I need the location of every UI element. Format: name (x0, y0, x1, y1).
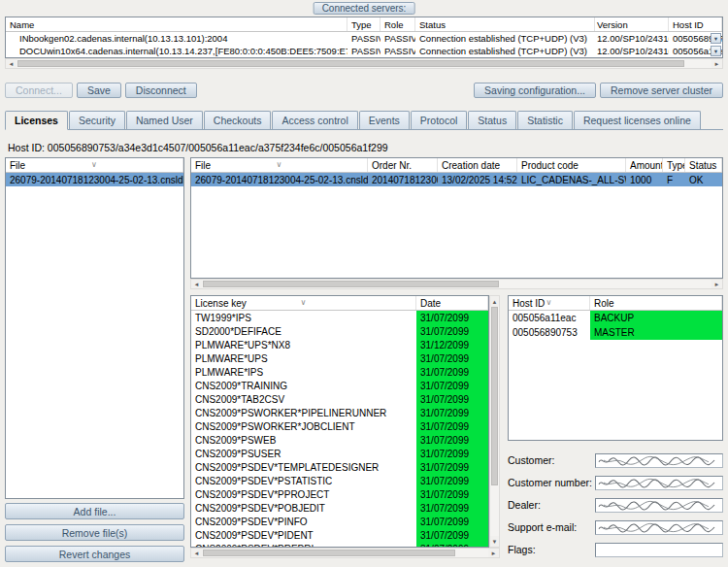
chevron-down-icon[interactable]: ▼ (711, 46, 721, 56)
server-table-hscrollbar[interactable]: ◄ ► (5, 58, 723, 69)
column-header-host-id[interactable]: Host ID∨ (509, 296, 590, 310)
server-row[interactable]: DOCUwin10x64.cadenas.internal(10.13.14.2… (6, 45, 722, 57)
cell: CNS2009*PSDEV*PPROJECT (191, 489, 416, 500)
column-header-version[interactable]: Version (595, 17, 669, 31)
server-row[interactable]: INbookgen02.cadenas.internal(10.13.13.10… (6, 32, 722, 45)
scroll-left-icon[interactable]: ◄ (191, 280, 202, 288)
scrollbar-track[interactable] (202, 280, 711, 288)
column-header-role[interactable]: Role (381, 17, 415, 31)
tab-statistic[interactable]: Statistic (517, 111, 573, 129)
dealer-field[interactable] (595, 498, 723, 513)
license-key-row[interactable]: CNS2009*PSDEV*PPROJECT31/07/2099 (191, 487, 488, 501)
scrollbar-track[interactable] (17, 59, 711, 68)
license-key-hscrollbar[interactable]: ◄ ► (190, 548, 500, 558)
column-header-creation-date[interactable]: Creation date (438, 158, 517, 172)
column-header-date[interactable]: Date (416, 296, 488, 310)
add-file-button[interactable]: Add file... (5, 503, 184, 519)
license-key-row[interactable]: SD2000*DEFIFACE31/07/2099 (191, 324, 488, 338)
saving-configuration-button[interactable]: Saving configuration... (474, 83, 596, 98)
license-key-row[interactable]: CNS2009*PSWORKER*JOBCLIENT31/07/2099 (191, 419, 488, 433)
disconnect-button[interactable]: Disconnect (125, 83, 197, 98)
cell: PASSIVE (381, 33, 415, 44)
license-key-row[interactable]: CNS2009*TAB2CSV31/07/2099 (191, 392, 488, 406)
column-header-file[interactable]: File∨ (191, 158, 368, 172)
column-header-order-nr[interactable]: Order Nr. (368, 158, 438, 172)
license-key-row[interactable]: PLMWARE*UPS31/07/2099 (191, 351, 488, 365)
support-email-field[interactable] (595, 520, 723, 535)
scroll-right-icon[interactable]: ► (488, 549, 499, 557)
scroll-down-icon[interactable]: ▼ (490, 536, 499, 547)
license-key-row[interactable]: CNS2009*PSUSER31/07/2099 (191, 447, 488, 460)
cell: PLMWARE*IPS (191, 367, 416, 378)
tab-checkouts[interactable]: Checkouts (204, 111, 272, 129)
sort-chevron-icon: ∨ (546, 296, 552, 309)
host-role-row[interactable]: 005056890753MASTER (509, 325, 722, 340)
remove-file-button[interactable]: Remove file(s) (5, 524, 184, 541)
scroll-right-icon[interactable]: ► (711, 280, 722, 288)
customer-field[interactable] (595, 453, 723, 468)
save-button[interactable]: Save (77, 83, 121, 98)
scrollbar-track[interactable] (490, 307, 499, 536)
license-row[interactable]: 26079-20140718123004-25-02-13.cnsldb2014… (191, 173, 722, 186)
cell: Connection established (TCP+UDP) (V3) (415, 33, 595, 44)
license-key-row[interactable]: CNS2009*PSDEV*PSTATISTIC31/07/2099 (191, 474, 488, 487)
revert-changes-button[interactable]: Revert changes (5, 546, 184, 562)
license-key-row[interactable]: CNS2009*TRAINING31/07/2099 (191, 379, 488, 392)
scrollbar-thumb[interactable] (17, 60, 684, 67)
scroll-right-icon[interactable]: ► (711, 59, 722, 68)
expiry-date-cell: 31/07/2099 (416, 528, 488, 542)
tab-request-licenses-online[interactable]: Request licenses online (574, 111, 701, 129)
connected-servers-button[interactable]: Connected servers: (314, 2, 415, 15)
license-key-vscrollbar[interactable]: ▲ ▼ (489, 295, 500, 548)
tab-protocol[interactable]: Protocol (411, 111, 468, 129)
scrollbar-track[interactable] (202, 549, 488, 557)
column-header-type[interactable]: Type (347, 17, 381, 31)
license-key-row[interactable]: CNS2009*PSWEB31/07/2099 (191, 433, 488, 447)
scrollbar-thumb[interactable] (203, 281, 499, 287)
remove-server-cluster-button[interactable]: Remove server cluster (600, 83, 723, 98)
host-id-line: Host ID: 005056890753/a34e3d1c4507/00505… (8, 142, 388, 153)
license-key-row[interactable]: TW1999*IPS31/07/2099 (191, 311, 488, 324)
scroll-left-icon[interactable]: ◄ (6, 59, 17, 68)
connect-button[interactable]: Connect... (5, 83, 73, 98)
tab-status[interactable]: Status (468, 111, 516, 129)
column-header-amount[interactable]: Amount (626, 158, 663, 172)
tab-security[interactable]: Security (69, 111, 125, 129)
cell: PLMWARE*UPS*NX8 (191, 340, 416, 350)
flags-field[interactable] (595, 543, 723, 557)
column-header-status[interactable]: Status (685, 158, 722, 172)
license-key-row[interactable]: PLMWARE*IPS31/07/2099 (191, 365, 488, 379)
host-role-row[interactable]: 005056a11eacBACKUP (509, 311, 722, 325)
license-key-row[interactable]: PLMWARE*UPS*NX831/12/2099 (191, 338, 488, 351)
tab-access-control[interactable]: Access control (272, 111, 357, 129)
column-header-status[interactable]: Status (415, 17, 595, 31)
tab-licenses[interactable]: Licenses (5, 111, 68, 130)
cell: PASSIVE (347, 33, 381, 44)
cell: SD2000*DEFIFACE (191, 326, 416, 337)
redacted-scribble (596, 521, 722, 534)
license-key-row[interactable]: CNS2009*PSWORKER*PIPELINERUNNER31/07/209… (191, 406, 488, 419)
license-key-row[interactable]: CNS2009*PSDEV*PINFO31/07/2099 (191, 515, 488, 528)
scroll-left-icon[interactable]: ◄ (191, 549, 202, 557)
scroll-up-icon[interactable]: ▲ (490, 296, 499, 307)
scrollbar-thumb[interactable] (203, 550, 455, 556)
tab-events[interactable]: Events (359, 111, 410, 129)
license-key-row[interactable]: CNS2009*PSDEV*PIDENT31/07/2099 (191, 528, 488, 542)
license-key-row[interactable]: CNS2009*PSDEV*POBJEDIT31/07/2099 (191, 501, 488, 515)
tab-named-user[interactable]: Named User (126, 111, 203, 129)
column-header-role[interactable]: Role (590, 296, 722, 310)
chevron-down-icon[interactable]: ▼ (711, 33, 721, 44)
dealer-label: Dealer: (508, 499, 595, 511)
file-row[interactable]: 26079-20140718123004-25-02-13.cnsldb (6, 173, 183, 186)
column-header-file[interactable]: File∨ (6, 158, 183, 172)
license-table-hscrollbar[interactable]: ◄ ► (190, 279, 723, 289)
column-header-name[interactable]: Name (6, 17, 347, 31)
column-header-type[interactable]: Type (663, 158, 685, 172)
column-header-product-code[interactable]: Product code (517, 158, 626, 172)
license-key-row[interactable]: CNS2009*PSDEV*TEMPLATEDESIGNER31/07/2099 (191, 460, 488, 474)
scrollbar-thumb[interactable] (491, 307, 498, 485)
license-key-header: License key∨Date (191, 296, 488, 311)
column-header-host-id[interactable]: Host ID (669, 17, 722, 31)
customer-number-field[interactable] (595, 476, 723, 490)
column-header-license-key[interactable]: License key∨ (191, 296, 416, 310)
